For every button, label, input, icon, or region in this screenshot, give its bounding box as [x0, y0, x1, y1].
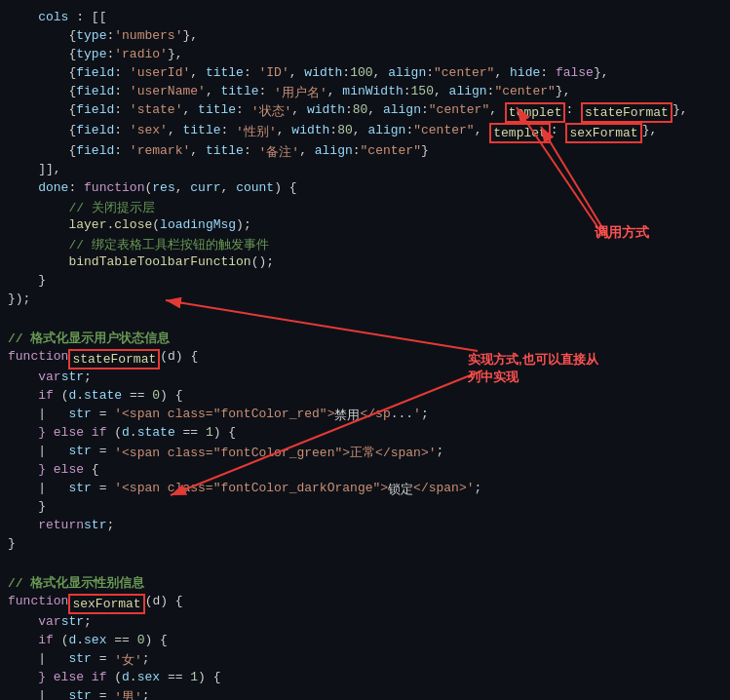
section-comment: // 格式化显示用户状态信息 [0, 324, 730, 349]
code-line: } else if (d.state == 1) { [0, 425, 730, 444]
code-line: bindTableToolbarFunction(); [0, 254, 730, 273]
code-line: {field: 'userName', title: '用户名', minWid… [0, 84, 730, 102]
code-line: }); [0, 292, 730, 310]
code-line: if (d.sex == 0) { [0, 633, 730, 651]
code-line: | str = '女'; [0, 651, 730, 670]
annotation-call-label: 调用方式 [595, 224, 649, 242]
code-line: | str = '<span class="fontColor_red">禁用<… [0, 407, 730, 425]
code-line-sex: {field: 'sex', title: '性别', width:80, al… [0, 123, 730, 143]
code-line: } else if (d.sex == 1) { [0, 670, 730, 688]
code-editor: cols : [[ {type:'numbers'}, {type:'radio… [0, 0, 730, 700]
code-line: | str = '男'; [0, 688, 730, 700]
code-line: if (d.state == 0) { [0, 388, 730, 407]
code-line: {field: 'remark', title: '备注', align:"ce… [0, 143, 730, 162]
code-line: {type:'numbers'}, [0, 28, 730, 47]
code-line: var str; [0, 369, 730, 388]
code-line: } [0, 499, 730, 518]
code-line: | str = '<span class="fontColor_darkOran… [0, 481, 730, 499]
section-comment-sex: // 格式化显示性别信息 [0, 568, 730, 594]
code-line: | str = '<span class="fontColor_green">正… [0, 444, 730, 462]
code-line: var str; [0, 614, 730, 633]
code-line-state: {field: 'state', title: '状态', width:80, … [0, 102, 730, 123]
code-line-sexformat-def: function sexFormat(d) { [0, 594, 730, 614]
code-line: {type:'radio'}, [0, 47, 730, 65]
code-line: ]], [0, 162, 730, 180]
code-line-stateformat-def: function stateFormat(d) { [0, 349, 730, 369]
code-line: } [0, 536, 730, 555]
annotation-impl-label: 实现方式,也可以直接从 列中实现 [468, 351, 598, 386]
code-line: {field: 'userId', title: 'ID', width:100… [0, 65, 730, 84]
code-line: } [0, 273, 730, 292]
code-line: done: function(res, curr, count) { [0, 180, 730, 199]
code-line: // 关闭提示层 [0, 199, 730, 217]
code-line: cols : [[ [0, 10, 730, 28]
code-line: return str; [0, 518, 730, 536]
code-line: } else { [0, 462, 730, 481]
